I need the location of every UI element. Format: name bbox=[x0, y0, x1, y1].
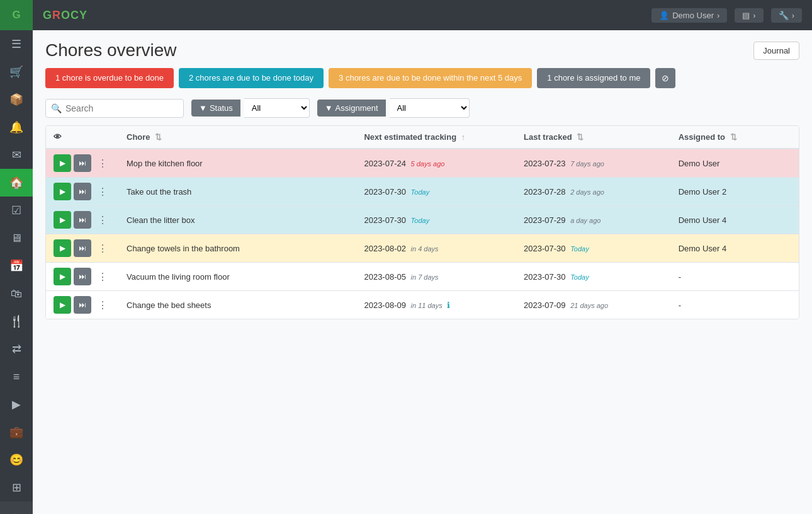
transfer-icon: ⇄ bbox=[12, 342, 21, 356]
menu-icon: ☰ bbox=[11, 37, 21, 51]
tools-button[interactable]: 🔧 › bbox=[771, 8, 802, 23]
more-options-button[interactable]: ⋮ bbox=[94, 211, 111, 229]
last-tracked: 2023-07-29 a day ago bbox=[516, 206, 671, 234]
skip-button[interactable]: ⏭ bbox=[74, 268, 91, 285]
search-box: 🔍 bbox=[45, 99, 184, 118]
sidebar-item-menu[interactable]: ☰ bbox=[0, 30, 33, 58]
action-buttons: ▶ ⏭ ⋮ bbox=[54, 211, 111, 229]
page-title: Chores overview bbox=[45, 40, 177, 60]
sidebar-item-messages[interactable]: ✉ bbox=[0, 141, 33, 169]
chores-table: 👁 Chore ⇅ Next estimated tracking ↑ Last… bbox=[46, 126, 799, 319]
sidebar-item-play[interactable]: ▶ bbox=[0, 391, 33, 418]
upcoming-card[interactable]: 3 chores are due to be done within the n… bbox=[329, 68, 532, 88]
last-relative: 2 days ago bbox=[570, 188, 604, 196]
last-tracked: 2023-07-30 Today bbox=[516, 263, 671, 291]
main-content: GROCY 👤 Demo User › ▤ › 🔧 › Chores overv… bbox=[33, 0, 812, 514]
next-tracking: 2023-07-30 Today bbox=[356, 206, 516, 234]
sidebar-item-shopping[interactable]: 🛒 bbox=[0, 58, 33, 86]
last-relative: Today bbox=[570, 245, 589, 253]
chore-name: Clean the litter box bbox=[119, 206, 356, 234]
more-options-button[interactable]: ⋮ bbox=[94, 183, 111, 200]
filter-icon-button[interactable]: ⊘ bbox=[655, 68, 675, 88]
mark-done-button[interactable]: ▶ bbox=[54, 268, 71, 285]
mark-done-button[interactable]: ▶ bbox=[54, 154, 71, 172]
list-icon: ≡ bbox=[13, 370, 20, 384]
mark-done-button[interactable]: ▶ bbox=[54, 211, 71, 229]
sidebar-item-calendar[interactable]: 📅 bbox=[0, 252, 33, 280]
more-options-button[interactable]: ⋮ bbox=[94, 268, 111, 285]
skip-button[interactable]: ⏭ bbox=[74, 211, 91, 229]
sidebar-item-home[interactable]: 🏠 bbox=[0, 169, 33, 197]
mark-done-button[interactable]: ▶ bbox=[54, 183, 71, 200]
more-options-button[interactable]: ⋮ bbox=[94, 154, 111, 172]
chore-name: Change the bed sheets bbox=[119, 291, 356, 319]
col-header-chore[interactable]: Chore ⇅ bbox=[119, 126, 356, 149]
filter-icon: ⊘ bbox=[662, 73, 669, 83]
assigned-sort-icon: ⇅ bbox=[730, 132, 737, 142]
mark-done-button[interactable]: ▶ bbox=[54, 239, 71, 257]
search-input[interactable] bbox=[62, 100, 178, 117]
tasks-icon: ☑ bbox=[11, 203, 21, 217]
last-date: 2023-07-09 bbox=[524, 300, 566, 310]
more-options-button[interactable]: ⋮ bbox=[94, 239, 111, 257]
more-options-button[interactable]: ⋮ bbox=[94, 296, 111, 314]
filter-funnel-icon: ▼ bbox=[199, 103, 207, 113]
play-icon: ▶ bbox=[12, 397, 21, 411]
assigned-to: Demo User 2 bbox=[671, 178, 799, 206]
monitor-icon: 🖥 bbox=[11, 232, 22, 245]
app-logo: G bbox=[0, 0, 33, 30]
sidebar-item-emoji[interactable]: 😊 bbox=[0, 446, 33, 474]
row-actions: ▶ ⏭ ⋮ bbox=[46, 178, 119, 206]
shopping-cart-icon: 🛒 bbox=[9, 65, 23, 79]
sidebar-item-tasks[interactable]: ☑ bbox=[0, 197, 33, 224]
sidebar-item-grid[interactable]: ⊞ bbox=[0, 474, 33, 501]
assignment-filter-select[interactable]: All Assigned to me Unassigned bbox=[390, 98, 470, 118]
assigned-to: Demo User 4 bbox=[671, 206, 799, 234]
next-relative: in 4 days bbox=[411, 245, 439, 253]
today-card[interactable]: 2 chores are due to be done today bbox=[179, 68, 324, 88]
bell-icon: 🔔 bbox=[9, 120, 23, 134]
next-tracking: 2023-08-05 in 7 days bbox=[356, 263, 516, 291]
row-actions: ▶ ⏭ ⋮ bbox=[46, 149, 119, 178]
col-header-last[interactable]: Last tracked ⇅ bbox=[516, 126, 671, 149]
mark-done-button[interactable]: ▶ bbox=[54, 296, 71, 314]
col-header-next[interactable]: Next estimated tracking ↑ bbox=[356, 126, 516, 149]
next-tracking: 2023-08-09 in 11 days ℹ bbox=[356, 291, 516, 319]
next-sort-icon: ↑ bbox=[461, 132, 466, 142]
chevron-right-icon: › bbox=[14, 509, 18, 515]
sidebar-item-shopping-bag[interactable]: 🛍 bbox=[0, 280, 33, 307]
action-buttons: ▶ ⏭ ⋮ bbox=[54, 239, 111, 257]
sidebar-collapse-button[interactable]: › bbox=[0, 501, 33, 514]
topbar: GROCY 👤 Demo User › ▤ › 🔧 › bbox=[33, 0, 812, 30]
skip-button[interactable]: ⏭ bbox=[74, 296, 91, 314]
sidebar-item-transfer[interactable]: ⇄ bbox=[0, 335, 33, 363]
sidebar-item-recipes[interactable]: 🍴 bbox=[0, 307, 33, 335]
calendar-icon: 📅 bbox=[9, 259, 23, 273]
skip-button[interactable]: ⏭ bbox=[74, 154, 91, 172]
table-header-row: 👁 Chore ⇅ Next estimated tracking ↑ Last… bbox=[46, 126, 799, 149]
home-icon: 🏠 bbox=[9, 176, 23, 190]
next-relative: Today bbox=[411, 217, 430, 224]
status-filter-select[interactable]: All Due soon Overdue Done today bbox=[244, 98, 310, 118]
sidebar-item-briefcase[interactable]: 💼 bbox=[0, 418, 33, 446]
last-date: 2023-07-29 bbox=[524, 215, 566, 225]
action-buttons: ▶ ⏭ ⋮ bbox=[54, 268, 111, 285]
journal-button[interactable]: Journal bbox=[753, 42, 799, 60]
sidebar-item-notifications[interactable]: 🔔 bbox=[0, 113, 33, 141]
skip-button[interactable]: ⏭ bbox=[74, 183, 91, 200]
sidebar-item-inventory[interactable]: 📦 bbox=[0, 86, 33, 113]
sidebar-icon: ▤ bbox=[742, 11, 750, 20]
sidebar-settings-button[interactable]: ▤ › bbox=[735, 8, 763, 23]
sidebar-item-list[interactable]: ≡ bbox=[0, 363, 33, 391]
overdue-card[interactable]: 1 chore is overdue to be done bbox=[45, 68, 174, 88]
sidebar-item-monitor[interactable]: 🖥 bbox=[0, 224, 33, 252]
grid-icon: ⊞ bbox=[12, 481, 21, 494]
sidebar: G ☰ 🛒 📦 🔔 ✉ 🏠 ☑ 🖥 📅 🛍 🍴 ⇄ ≡ ▶ 💼 bbox=[0, 0, 33, 514]
skip-button[interactable]: ⏭ bbox=[74, 239, 91, 257]
user-menu-button[interactable]: 👤 Demo User › bbox=[651, 8, 727, 23]
assigned-card[interactable]: 1 chore is assigned to me bbox=[537, 68, 650, 88]
next-tracking: 2023-07-30 Today bbox=[356, 178, 516, 206]
emoji-icon: 😊 bbox=[9, 453, 23, 467]
last-sort-icon: ⇅ bbox=[577, 132, 584, 142]
col-header-assigned[interactable]: Assigned to ⇅ bbox=[671, 126, 799, 149]
